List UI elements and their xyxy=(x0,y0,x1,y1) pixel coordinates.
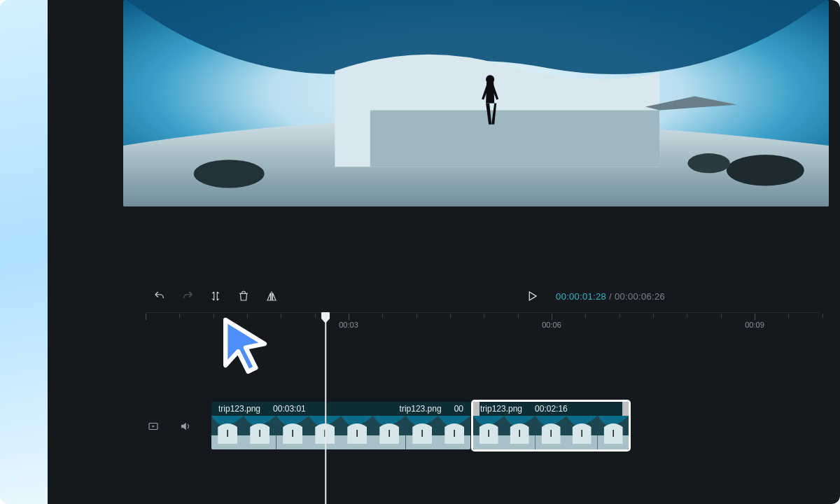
play-button[interactable] xyxy=(518,286,546,307)
svg-rect-11 xyxy=(260,430,261,437)
audio-track-toggle[interactable] xyxy=(178,419,193,434)
svg-rect-23 xyxy=(389,430,391,437)
svg-rect-35 xyxy=(519,430,520,437)
undo-button[interactable] xyxy=(146,286,174,307)
video-editor-panel: 00:00:01:28/00:00:06:26 00:0300:0600:09 xyxy=(48,0,840,504)
ruler-label: 00:03 xyxy=(339,321,358,329)
svg-point-3 xyxy=(687,153,729,173)
video-track-toggle[interactable] xyxy=(146,419,161,434)
timecode-current: 00:00:01:28 xyxy=(556,291,606,302)
redo-button[interactable] xyxy=(174,286,202,307)
trash-icon xyxy=(237,290,250,302)
clip-duration: 00:02:16 xyxy=(535,404,568,414)
mirror-icon xyxy=(265,290,278,302)
svg-rect-41 xyxy=(582,430,582,437)
clip-thumbnail xyxy=(598,416,629,449)
clip-duration: 00:03:01 xyxy=(273,404,306,414)
svg-rect-44 xyxy=(612,430,613,437)
clip-thumbnail xyxy=(473,416,504,449)
playhead-line[interactable] xyxy=(325,322,326,504)
svg-rect-32 xyxy=(488,430,489,437)
clip-thumbnail xyxy=(341,416,373,449)
clip-thumbnail xyxy=(244,416,276,449)
clip-filename: trip123.png xyxy=(480,404,522,414)
play-icon xyxy=(526,290,538,302)
playhead-handle[interactable] xyxy=(321,312,330,324)
clip-thumbnails xyxy=(211,416,470,449)
redo-icon xyxy=(181,290,194,302)
timecode-separator: / xyxy=(606,291,615,302)
clip-thumbnail xyxy=(406,416,438,449)
timeline-clip[interactable]: trip123.png 00:03:01 trip123.png 00 xyxy=(211,402,470,449)
clip-thumbnail xyxy=(438,416,470,449)
clip-filename-tail: trip123.png xyxy=(400,404,442,414)
clip-thumbnail xyxy=(276,416,309,449)
timeline-clip[interactable]: trip123.png 00:02:16 xyxy=(473,402,629,449)
svg-point-1 xyxy=(194,160,265,188)
svg-point-2 xyxy=(727,155,804,186)
svg-rect-26 xyxy=(421,430,423,437)
clip-thumbnail xyxy=(536,416,566,449)
pointer-cursor-overlay xyxy=(214,314,277,377)
speaker-icon xyxy=(179,420,192,433)
split-button[interactable] xyxy=(202,286,230,307)
svg-rect-8 xyxy=(227,430,228,437)
preview-viewport[interactable] xyxy=(123,0,829,206)
timecode-display: 00:00:01:28/00:00:06:26 xyxy=(556,291,665,302)
mirror-button[interactable] xyxy=(258,286,286,307)
clip-thumbnails xyxy=(473,416,629,449)
svg-rect-20 xyxy=(356,430,358,437)
split-icon xyxy=(209,290,222,302)
clip-filename: trip123.png xyxy=(218,404,260,414)
clip-thumbnail xyxy=(373,416,405,449)
undo-icon xyxy=(153,290,166,302)
video-track-icon xyxy=(147,420,160,433)
svg-rect-14 xyxy=(292,430,293,437)
clip-thumbnail xyxy=(566,416,597,449)
playback-controls: 00:00:01:28/00:00:06:26 xyxy=(518,286,665,307)
timeline-toolbar: 00:00:01:28/00:00:06:26 xyxy=(146,286,819,307)
clip-thumbnail xyxy=(211,416,244,449)
ruler-label: 00:06 xyxy=(542,321,561,329)
clip-duration-tail-trunc: 00 xyxy=(454,404,463,414)
delete-button[interactable] xyxy=(230,286,258,307)
clip-thumbnail xyxy=(504,416,535,449)
ruler-label: 00:09 xyxy=(745,321,764,329)
timecode-total: 00:00:06:26 xyxy=(615,291,665,302)
track-header xyxy=(146,419,193,434)
clip-row: trip123.png 00:03:01 trip123.png 00 trip… xyxy=(211,402,634,449)
preview-image xyxy=(123,0,829,206)
svg-rect-29 xyxy=(454,430,455,437)
svg-rect-38 xyxy=(550,430,551,437)
